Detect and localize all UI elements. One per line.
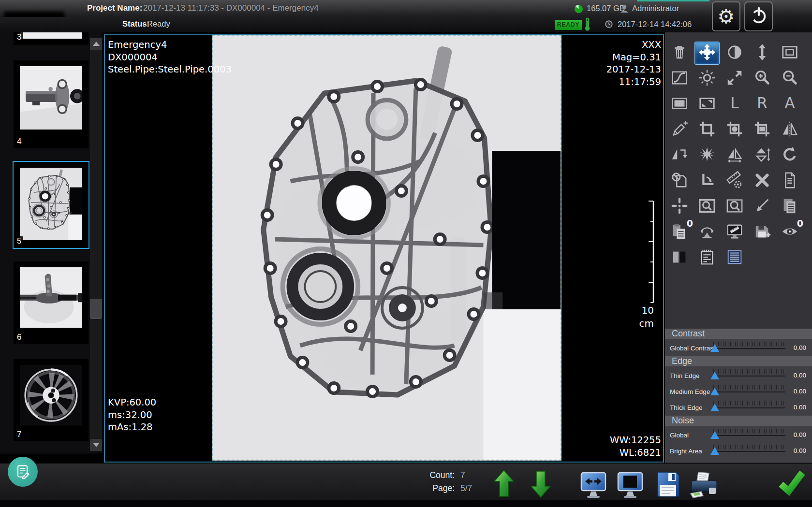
previous-image-button[interactable]: [494, 469, 514, 499]
status-label: Status:: [122, 19, 149, 29]
thumbnail-7-number: 7: [15, 430, 23, 439]
confirm-button[interactable]: [777, 468, 805, 499]
adjustments-panel: ContrastGlobal Contrast0.00EdgeThin Edge…: [665, 329, 812, 462]
image-viewport[interactable]: Emergency4 DX000004 Steel.Pipe:Steel.Pip…: [104, 34, 664, 463]
enhance-star-button[interactable]: [694, 144, 720, 167]
slider-track[interactable]: [713, 391, 785, 392]
slider-thumb[interactable]: [710, 344, 719, 352]
next-image-button[interactable]: [531, 470, 551, 500]
image-list-icon: [725, 248, 744, 268]
gray-swatch-button[interactable]: [667, 246, 692, 270]
copy-list-button[interactable]: [777, 195, 802, 218]
center-cross-button[interactable]: [667, 195, 692, 218]
slider-track[interactable]: [713, 376, 785, 377]
slider-track[interactable]: [713, 348, 785, 349]
crop-ellipse-button[interactable]: [722, 118, 747, 142]
thumbnail-scrollbar[interactable]: [90, 38, 102, 451]
geometry-correction-button[interactable]: [694, 221, 720, 244]
thumbnail-7[interactable]: 7: [14, 359, 89, 441]
roi-magnifier-button[interactable]: [694, 195, 720, 218]
section-header-noise: Noise: [665, 416, 812, 426]
mirror-horizontal-button[interactable]: [722, 144, 747, 167]
slider-thumb[interactable]: [710, 447, 719, 455]
lut-curve-button[interactable]: [667, 67, 692, 90]
print-button[interactable]: [690, 471, 719, 500]
discard-image-button[interactable]: [667, 170, 692, 193]
arrow-annotation-button[interactable]: [750, 195, 775, 218]
slider-thumb[interactable]: [710, 404, 719, 411]
overlay-line: Steel.Pipe:Steel.Pipe.0003: [108, 63, 232, 76]
thumbnail-6-image: [20, 267, 82, 328]
bottom-strip: [0, 500, 812, 507]
border-frame-button[interactable]: [777, 42, 802, 65]
overlay-line: KVP:60.00: [108, 396, 156, 409]
zoom-in-button[interactable]: [750, 67, 775, 90]
notes-icon: [14, 463, 31, 480]
status-value: Ready: [147, 19, 170, 29]
flip-copy-icon: [670, 145, 689, 166]
delete-image-button[interactable]: [667, 42, 692, 65]
thumbnail-4[interactable]: 4: [14, 60, 89, 148]
calibrate-measure-button[interactable]: [722, 170, 747, 193]
marker-R-button[interactable]: R: [750, 93, 775, 116]
compare-screens-button[interactable]: [580, 472, 606, 501]
undo-button[interactable]: [777, 144, 802, 167]
xray-image[interactable]: [212, 35, 561, 461]
arrow-annotation-icon: [753, 197, 771, 217]
marker-L-button[interactable]: L: [722, 93, 747, 116]
delete-annotations-button[interactable]: [750, 170, 775, 193]
slider-thumb[interactable]: [710, 372, 719, 379]
count-value: 7: [460, 470, 465, 480]
rect-scale-button[interactable]: [694, 93, 720, 116]
save-image-as-button[interactable]: [750, 221, 775, 244]
slider-track[interactable]: [713, 435, 785, 436]
thumbnail-3[interactable]: 3: [14, 32, 89, 45]
mirror-vertical-button[interactable]: [750, 144, 775, 167]
save-button[interactable]: [656, 470, 680, 500]
paste-annotations-button[interactable]: 0: [667, 221, 692, 244]
slider-track[interactable]: [713, 451, 785, 452]
power-button[interactable]: [744, 1, 773, 31]
rect-solid-button[interactable]: [667, 93, 692, 116]
thumbnail-6[interactable]: 6: [14, 261, 89, 344]
notepad-button[interactable]: [694, 246, 720, 270]
preview-eye-button[interactable]: 0: [777, 221, 802, 244]
report-document-button[interactable]: [777, 170, 802, 193]
stretch-vertical-button[interactable]: [750, 42, 775, 65]
roi-magnifier-icon: [698, 197, 716, 217]
scroll-down-button[interactable]: [90, 439, 102, 451]
page-row: Page: 5/7: [406, 483, 472, 493]
brightness-button[interactable]: [694, 67, 720, 90]
slider-label: Global: [670, 432, 689, 439]
scrollbar-thumb[interactable]: [90, 299, 102, 319]
thumbnail-5-selected[interactable]: 5: [14, 162, 89, 248]
crop-rect-button[interactable]: [750, 118, 775, 142]
slider-thumb[interactable]: [710, 431, 719, 439]
image-list-button[interactable]: [722, 246, 747, 270]
pan-button[interactable]: [694, 42, 720, 65]
flip-copy-button[interactable]: [667, 144, 692, 167]
paste-annotations-icon: [670, 222, 689, 243]
up-arrow-icon: [93, 42, 100, 46]
annotate-pencil-button[interactable]: [667, 118, 692, 142]
slider-row: Bright Area0.00: [665, 443, 812, 459]
rotate-image-button[interactable]: [694, 170, 720, 193]
monitor-calibrate-button[interactable]: [722, 221, 747, 244]
zoom-out-button[interactable]: [777, 67, 802, 90]
slider-thumb[interactable]: [710, 388, 719, 395]
mirror-copy-button[interactable]: [777, 118, 802, 142]
single-screen-button[interactable]: [617, 472, 643, 501]
fit-to-window-button[interactable]: [722, 67, 747, 90]
scroll-up-button[interactable]: [90, 38, 102, 50]
notes-button[interactable]: [8, 457, 38, 487]
slider-track[interactable]: [713, 407, 785, 408]
mirror-horizontal-icon: [725, 145, 744, 166]
search-magnifier-button[interactable]: [722, 195, 747, 218]
scale-ruler: [647, 200, 654, 305]
overlay-top-right: XXX Mag=0.31 2017-12-13 11:17:59: [606, 39, 661, 88]
crop-button[interactable]: [694, 118, 720, 142]
contrast-invert-button[interactable]: [722, 42, 747, 65]
settings-button[interactable]: ⚙: [712, 1, 740, 31]
count-row: Count: 7: [406, 470, 465, 480]
marker-A-button[interactable]: A: [777, 93, 802, 116]
